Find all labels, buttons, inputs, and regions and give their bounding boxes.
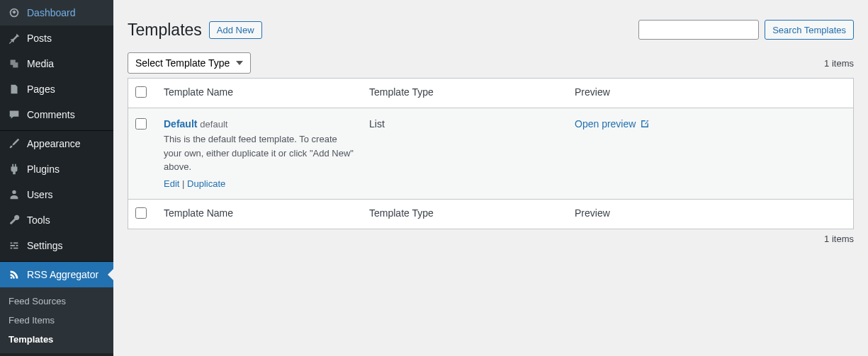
sidebar-item-media[interactable]: Media (0, 51, 113, 76)
pages-icon (7, 82, 21, 96)
sidebar-label: Posts (27, 33, 52, 44)
templates-table: Template Name Template Type Preview Defa… (128, 78, 854, 229)
sidebar-item-dashboard[interactable]: Dashboard (0, 0, 113, 25)
item-count-top: 1 items (824, 58, 854, 69)
admin-sidebar: Dashboard Posts Media Pages Comments App… (0, 0, 113, 356)
sidebar-item-pages[interactable]: Pages (0, 76, 113, 102)
main-content: Templates Add New Search Templates Selec… (113, 0, 868, 356)
column-footer-name[interactable]: Template Name (157, 199, 362, 229)
sidebar-item-plugins[interactable]: Plugins (0, 156, 113, 182)
sidebar-item-tools[interactable]: Tools (0, 207, 113, 233)
search-templates-button[interactable]: Search Templates (765, 20, 854, 40)
submenu-item-feed-sources[interactable]: Feed Sources (0, 292, 113, 311)
column-header-name[interactable]: Template Name (157, 79, 362, 108)
select-all-checkbox-footer[interactable] (135, 207, 147, 219)
external-link-icon (640, 119, 650, 129)
sidebar-item-appearance[interactable]: Appearance (0, 131, 113, 156)
open-preview-label: Open preview (575, 118, 636, 130)
page-header: Templates Add New Search Templates (128, 20, 854, 40)
comments-icon (7, 108, 21, 122)
column-footer-preview[interactable]: Preview (568, 199, 853, 229)
column-footer-type[interactable]: Template Type (362, 199, 568, 229)
sidebar-label: Comments (27, 109, 75, 120)
pin-icon (7, 31, 21, 45)
after-table-row: 1 items (128, 234, 854, 244)
sidebar-label: Users (27, 189, 53, 200)
duplicate-link[interactable]: Duplicate (187, 178, 225, 189)
submenu-item-feed-items[interactable]: Feed Items (0, 311, 113, 330)
column-header-type[interactable]: Template Type (362, 79, 568, 108)
brush-icon (7, 137, 21, 151)
sidebar-label: RSS Aggregator (27, 269, 98, 280)
row-actions: Edit | Duplicate (164, 178, 355, 189)
media-icon (7, 57, 21, 71)
template-name-link[interactable]: Default (164, 118, 197, 130)
rss-icon (7, 268, 21, 282)
add-new-button[interactable]: Add New (209, 21, 262, 39)
sidebar-item-posts[interactable]: Posts (0, 25, 113, 51)
search-wrap: Search Templates (638, 20, 854, 40)
user-icon (7, 188, 21, 202)
sidebar-label: Dashboard (27, 7, 76, 18)
sliders-icon (7, 239, 21, 253)
sidebar-item-settings[interactable]: Settings (0, 233, 113, 258)
sidebar-item-comments[interactable]: Comments (0, 102, 113, 127)
sidebar-label: Appearance (27, 138, 81, 149)
item-count-bottom: 1 items (824, 234, 854, 244)
search-input[interactable] (638, 20, 759, 40)
dashboard-icon (7, 6, 21, 20)
template-description: This is the default feed template. To cr… (164, 132, 355, 174)
sidebar-label: Settings (27, 240, 63, 251)
sidebar-label: Tools (27, 214, 50, 226)
template-type-select[interactable]: Select Template Type (128, 52, 251, 74)
template-type-cell: List (362, 108, 568, 199)
wrench-icon (7, 213, 21, 227)
row-checkbox[interactable] (135, 118, 147, 130)
open-preview-link[interactable]: Open preview (575, 118, 650, 130)
sidebar-submenu: Feed Sources Feed Items Templates (0, 287, 113, 353)
template-slug: default (200, 119, 227, 130)
sidebar-item-rss-aggregator[interactable]: RSS Aggregator (0, 262, 113, 287)
select-all-checkbox[interactable] (135, 86, 147, 98)
submenu-item-templates[interactable]: Templates (0, 330, 113, 349)
sidebar-label: Media (27, 58, 54, 69)
column-header-preview[interactable]: Preview (568, 79, 853, 108)
sidebar-item-users[interactable]: Users (0, 182, 113, 207)
table-row: Default default This is the default feed… (128, 108, 853, 199)
page-title: Templates (128, 21, 202, 40)
sidebar-label: Plugins (27, 163, 60, 175)
filters-row: Select Template Type 1 items (128, 52, 854, 74)
sidebar-label: Pages (27, 84, 55, 95)
plugin-icon (7, 162, 21, 176)
edit-link[interactable]: Edit (164, 178, 179, 189)
